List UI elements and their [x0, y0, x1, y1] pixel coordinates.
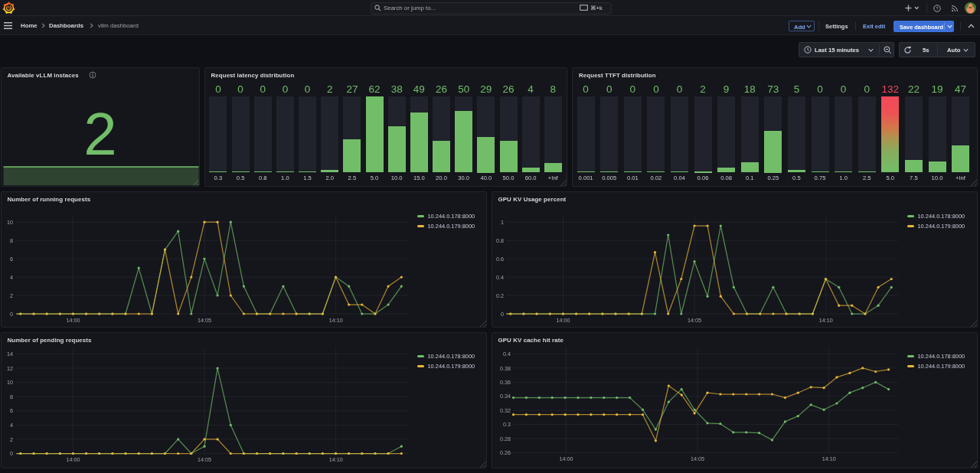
svg-text:2: 2	[83, 100, 116, 168]
svg-text:14:10: 14:10	[822, 455, 835, 462]
svg-text:4: 4	[10, 422, 13, 429]
svg-text:14:05: 14:05	[688, 317, 701, 324]
svg-text:14: 14	[7, 351, 13, 357]
svg-text:0.2: 0.2	[496, 292, 504, 299]
svg-text:0.28: 0.28	[500, 435, 511, 442]
svg-text:0.36: 0.36	[500, 379, 511, 386]
svg-text:6: 6	[10, 407, 13, 414]
svg-text:0: 0	[10, 450, 13, 457]
svg-text:0.26: 0.26	[500, 449, 511, 456]
svg-text:0: 0	[501, 311, 504, 318]
svg-text:12: 12	[7, 365, 13, 372]
svg-text:0.4: 0.4	[503, 351, 511, 357]
svg-text:14:00: 14:00	[559, 455, 573, 462]
svg-text:14:10: 14:10	[328, 456, 342, 463]
svg-text:14:05: 14:05	[691, 455, 704, 462]
svg-text:2: 2	[10, 292, 13, 299]
svg-text:14:05: 14:05	[198, 456, 211, 463]
svg-text:6: 6	[10, 256, 13, 263]
svg-text:1: 1	[501, 219, 504, 226]
svg-text:0.38: 0.38	[500, 365, 511, 372]
svg-text:0.4: 0.4	[496, 274, 504, 281]
svg-text:0.34: 0.34	[500, 393, 511, 400]
svg-text:8: 8	[10, 393, 13, 400]
svg-text:10: 10	[7, 379, 13, 386]
svg-text:0.32: 0.32	[500, 407, 511, 414]
svg-text:?: ?	[936, 6, 938, 11]
svg-text:14:10: 14:10	[328, 317, 342, 324]
svg-text:2: 2	[10, 436, 13, 443]
svg-text:14:00: 14:00	[66, 456, 80, 463]
svg-text:14:00: 14:00	[66, 317, 80, 324]
svg-text:10: 10	[7, 219, 13, 226]
svg-text:4: 4	[10, 274, 13, 281]
svg-text:14:10: 14:10	[818, 317, 832, 324]
svg-text:0.6: 0.6	[496, 256, 504, 263]
svg-text:0.8: 0.8	[496, 237, 504, 244]
svg-text:0: 0	[10, 311, 13, 318]
svg-text:14:00: 14:00	[556, 317, 570, 324]
svg-text:0.3: 0.3	[503, 421, 511, 428]
svg-text:14:05: 14:05	[198, 317, 211, 324]
svg-text:8: 8	[10, 237, 13, 244]
